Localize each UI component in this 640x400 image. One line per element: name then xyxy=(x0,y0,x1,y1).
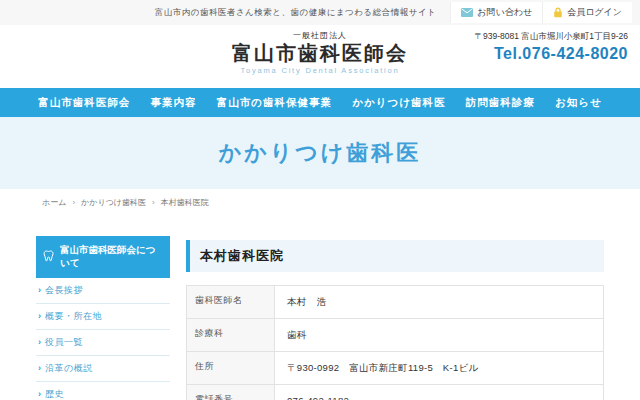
nav-item-business[interactable]: 事業内容 xyxy=(151,96,197,110)
main-panel: 本村歯科医院 歯科医師名 本村 浩 診療科 歯科 住所 〒930-0992 富山… xyxy=(186,236,604,400)
sidebar: 富山市歯科医師会について › 会長挨拶 › 概要・所在地 › 役員一覧 › 沿革… xyxy=(36,236,170,400)
mail-icon xyxy=(461,8,473,17)
header-phone: Tel.076-424-8020 xyxy=(474,45,628,63)
top-utility-bar: 富山市内の歯科医者さん検索と、歯の健康にまつわる総合情報サイト お問い合わせ 会… xyxy=(0,0,640,25)
sidebar-item-label: 歴史 xyxy=(45,388,64,400)
page: 富山市内の歯科医者さん検索と、歯の健康にまつわる総合情報サイト お問い合わせ 会… xyxy=(0,0,640,400)
org-name: 富山市歯科医師会 xyxy=(232,41,408,65)
breadcrumb-family-dentist[interactable]: かかりつけ歯科医 xyxy=(81,197,146,208)
row-value-department: 歯科 xyxy=(275,319,604,352)
breadcrumb-separator: › xyxy=(152,198,155,207)
header-contact-info: 〒939-8081 富山市堀川小泉町1丁目9-26 Tel.076-424-80… xyxy=(474,31,628,63)
table-row: 歯科医師名 本村 浩 xyxy=(187,286,604,319)
header-address: 〒939-8081 富山市堀川小泉町1丁目9-26 xyxy=(474,31,628,43)
sidebar-item-label: 概要・所在地 xyxy=(45,310,102,323)
org-type: 一般社団法人 xyxy=(232,30,408,41)
member-login-button[interactable]: 会員ログイン xyxy=(542,2,632,23)
sidebar-item-label: 会長挨拶 xyxy=(45,284,83,297)
breadcrumb-separator: › xyxy=(72,198,75,207)
site-logo[interactable]: 一般社団法人 富山市歯科医師会 Toyama City Dental Assoc… xyxy=(232,30,408,75)
row-label-dentist-name: 歯科医師名 xyxy=(187,286,275,319)
breadcrumb-home[interactable]: ホーム xyxy=(42,197,66,208)
sidebar-header-about[interactable]: 富山市歯科医師会について xyxy=(36,236,170,278)
tooth-icon xyxy=(43,250,55,265)
page-title: かかりつけ歯科医 xyxy=(219,138,422,168)
sidebar-header-label: 富山市歯科医師会について xyxy=(60,244,163,270)
chevron-right-icon: › xyxy=(38,312,41,321)
sidebar-item-history[interactable]: › 歴史 xyxy=(36,382,170,400)
nav-item-family-dentist[interactable]: かかりつけ歯科医 xyxy=(352,96,445,110)
sidebar-menu: › 会長挨拶 › 概要・所在地 › 役員一覧 › 沿革の概説 › 歴史 xyxy=(36,278,170,400)
contact-button[interactable]: お問い合わせ xyxy=(450,2,542,23)
clinic-name-heading: 本村歯科医院 xyxy=(186,240,604,272)
content-area: 富山市歯科医師会について › 会長挨拶 › 概要・所在地 › 役員一覧 › 沿革… xyxy=(0,236,640,400)
sidebar-item-history-outline[interactable]: › 沿革の概説 xyxy=(36,356,170,382)
table-row: 住所 〒930-0992 富山市新庄町119-5 K-1ビル xyxy=(187,352,604,385)
row-label-phone: 電話番号 xyxy=(187,385,275,400)
sidebar-item-officers[interactable]: › 役員一覧 xyxy=(36,330,170,356)
table-row: 診療科 歯科 xyxy=(187,319,604,352)
table-row: 電話番号 076-492-1182 xyxy=(187,385,604,400)
row-label-address: 住所 xyxy=(187,352,275,385)
sidebar-item-label: 役員一覧 xyxy=(45,336,83,349)
main-nav: 富山市歯科医師会 事業内容 富山市の歯科保健事業 かかりつけ歯科医 訪問歯科診療… xyxy=(0,88,640,117)
chevron-right-icon: › xyxy=(38,286,41,295)
clinic-detail-table: 歯科医師名 本村 浩 診療科 歯科 住所 〒930-0992 富山市新庄町119… xyxy=(186,285,604,400)
site-tagline: 富山市内の歯科医者さん検索と、歯の健康にまつわる総合情報サイト xyxy=(155,7,437,19)
sidebar-item-greeting[interactable]: › 会長挨拶 xyxy=(36,278,170,304)
row-value-address: 〒930-0992 富山市新庄町119-5 K-1ビル xyxy=(275,352,604,385)
nav-item-visiting-care[interactable]: 訪問歯科診療 xyxy=(466,96,535,110)
breadcrumb: ホーム › かかりつけ歯科医 › 本村歯科医院 xyxy=(0,189,640,208)
row-value-dentist-name: 本村 浩 xyxy=(275,286,604,319)
nav-item-association[interactable]: 富山市歯科医師会 xyxy=(38,96,130,110)
chevron-right-icon: › xyxy=(38,390,41,399)
contact-button-label: お問い合わせ xyxy=(477,6,532,19)
breadcrumb-current: 本村歯科医院 xyxy=(161,197,209,208)
sidebar-item-label: 沿革の概説 xyxy=(45,362,93,375)
topbar-buttons: お問い合わせ 会員ログイン xyxy=(450,2,632,23)
row-label-department: 診療科 xyxy=(187,319,275,352)
nav-item-news[interactable]: お知らせ xyxy=(555,96,602,110)
sidebar-item-overview-location[interactable]: › 概要・所在地 xyxy=(36,304,170,330)
site-header: 一般社団法人 富山市歯科医師会 Toyama City Dental Assoc… xyxy=(0,25,640,88)
hero-band: かかりつけ歯科医 xyxy=(0,117,640,189)
member-login-button-label: 会員ログイン xyxy=(567,6,622,19)
row-value-phone: 076-492-1182 xyxy=(275,385,604,400)
lock-icon xyxy=(553,7,563,18)
nav-item-health-programs[interactable]: 富山市の歯科保健事業 xyxy=(217,96,332,110)
chevron-right-icon: › xyxy=(38,338,41,347)
chevron-right-icon: › xyxy=(38,364,41,373)
org-name-english: Toyama City Dental Association xyxy=(232,66,408,75)
